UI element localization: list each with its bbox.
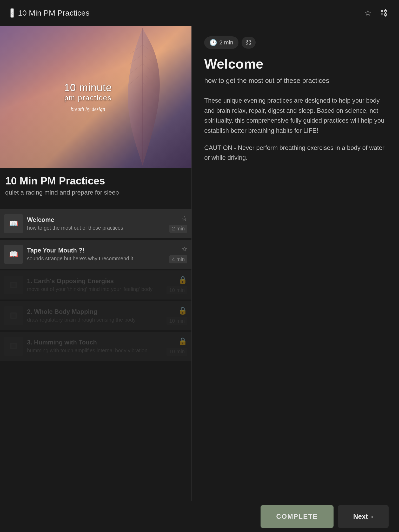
course-image-line1: 10 minute bbox=[64, 81, 112, 94]
lesson-name-locked: 3. Humming with Touch bbox=[27, 339, 162, 346]
lesson-item-locked[interactable]: 1. Earth's Opposing Energies move out of… bbox=[0, 270, 191, 300]
lesson-thumb-locked bbox=[4, 276, 23, 294]
bottom-bar: COMPLETE Next › bbox=[0, 501, 399, 532]
svg-rect-15 bbox=[11, 344, 16, 348]
lesson-desc-locked: draw regulatory brain through sensing th… bbox=[27, 316, 162, 323]
lesson-name-locked: 1. Earth's Opposing Energies bbox=[27, 277, 162, 285]
lesson-item-locked[interactable]: 2. Whole Body Mapping draw regulatory br… bbox=[0, 301, 191, 330]
nav-title: 10 Min PM Practices bbox=[18, 9, 89, 17]
time-badge: 🕐 2 min bbox=[204, 36, 238, 49]
lesson-list: 📖 Welcome how to get the most out of the… bbox=[0, 209, 191, 362]
lesson-star-icon[interactable]: ☆ bbox=[181, 215, 187, 223]
lesson-duration: 4 min bbox=[169, 255, 187, 263]
content-badges: 🕐 2 min ⛓ bbox=[204, 36, 387, 49]
lesson-details-locked: 2. Whole Body Mapping draw regulatory br… bbox=[27, 308, 162, 323]
lesson-name: Welcome bbox=[27, 216, 165, 223]
main-content: 10 minute pm practices breath by design … bbox=[0, 26, 399, 501]
lesson-details-locked: 1. Earth's Opposing Energies move out of… bbox=[27, 277, 162, 292]
lesson-desc-locked: humming with touch amplifies internal bo… bbox=[27, 347, 162, 354]
content-body: These unique evening practices are desig… bbox=[204, 96, 387, 136]
next-button[interactable]: Next › bbox=[338, 505, 389, 528]
content-subheading: how to get the most out of these practic… bbox=[204, 76, 387, 85]
lesson-details-locked: 3. Humming with Touch humming with touch… bbox=[27, 339, 162, 354]
lesson-duration: 2 min bbox=[169, 225, 187, 233]
lesson-item-locked[interactable]: 3. Humming with Touch humming with touch… bbox=[0, 332, 191, 361]
content-heading: Welcome bbox=[204, 56, 387, 72]
lesson-name-locked: 2. Whole Body Mapping bbox=[27, 308, 162, 315]
complete-button[interactable]: COMPLETE bbox=[261, 505, 333, 528]
next-chevron-icon: › bbox=[371, 513, 373, 520]
back-button[interactable]: ‹ bbox=[10, 8, 14, 18]
top-nav: ‹ 10 Min PM Practices ☆ ⛓ bbox=[0, 0, 399, 26]
lesson-details: Welcome how to get the most out of these… bbox=[27, 216, 165, 231]
lesson-duration-locked: 10 min bbox=[167, 286, 187, 294]
bookmark-button[interactable]: ☆ bbox=[363, 7, 373, 18]
course-image: 10 minute pm practices breath by design bbox=[0, 26, 191, 168]
lesson-meta: ☆ 2 min bbox=[169, 215, 187, 233]
lesson-duration-locked: 10 min bbox=[167, 317, 187, 325]
lesson-meta: ☆ 4 min bbox=[169, 245, 187, 263]
course-image-brand: breath by design bbox=[64, 106, 112, 112]
lock-icon: 🔒 bbox=[178, 276, 187, 284]
svg-rect-13 bbox=[11, 314, 16, 318]
nav-right: ☆ ⛓ bbox=[363, 7, 389, 18]
lesson-meta-locked: 🔒 10 min bbox=[167, 276, 187, 294]
svg-rect-11 bbox=[11, 283, 16, 287]
course-title: 10 Min PM Practices bbox=[5, 175, 186, 187]
lesson-duration-locked: 10 min bbox=[167, 348, 187, 356]
lesson-desc-locked: move out of your 'thinking' mind into yo… bbox=[27, 286, 162, 292]
lesson-star-icon[interactable]: ☆ bbox=[181, 245, 187, 253]
lesson-item[interactable]: 📖 Tape Your Mouth ?! sounds strange but … bbox=[0, 240, 191, 269]
lesson-thumb-locked bbox=[4, 306, 23, 325]
lesson-thumb-locked bbox=[4, 337, 23, 356]
lesson-details: Tape Your Mouth ?! sounds strange but he… bbox=[27, 247, 165, 262]
lesson-meta-locked: 🔒 10 min bbox=[167, 306, 187, 325]
lesson-name: Tape Your Mouth ?! bbox=[27, 247, 165, 254]
course-info: 10 Min PM Practices quiet a racing mind … bbox=[0, 168, 191, 209]
lesson-thumb: 📖 bbox=[4, 245, 23, 264]
link-badge[interactable]: ⛓ bbox=[242, 37, 256, 49]
time-badge-label: 2 min bbox=[219, 39, 233, 46]
lesson-thumb: 📖 bbox=[4, 214, 23, 233]
course-subtitle: quiet a racing mind and prepare for slee… bbox=[5, 189, 186, 196]
course-image-line2: pm practices bbox=[64, 94, 112, 102]
feather-graphic bbox=[109, 26, 176, 168]
left-panel: 10 minute pm practices breath by design … bbox=[0, 26, 191, 501]
clock-icon: 🕐 bbox=[209, 39, 217, 46]
course-image-text: 10 minute pm practices breath by design bbox=[64, 81, 112, 112]
content-caution: CAUTION - Never perform breathing exerci… bbox=[204, 143, 387, 163]
lesson-desc: sounds strange but here's why I recommen… bbox=[27, 255, 165, 262]
lesson-meta-locked: 🔒 10 min bbox=[167, 337, 187, 356]
lesson-item[interactable]: 📖 Welcome how to get the most out of the… bbox=[0, 209, 191, 238]
nav-left: ‹ 10 Min PM Practices bbox=[10, 8, 89, 18]
lock-icon: 🔒 bbox=[178, 337, 187, 345]
next-label: Next bbox=[353, 513, 368, 521]
share-button[interactable]: ⛓ bbox=[379, 8, 389, 18]
lesson-desc: how to get the most out of these practic… bbox=[27, 224, 165, 231]
lock-icon: 🔒 bbox=[178, 306, 187, 315]
link-icon: ⛓ bbox=[246, 39, 251, 46]
right-panel: 🕐 2 min ⛓ Welcome how to get the most ou… bbox=[191, 26, 399, 501]
